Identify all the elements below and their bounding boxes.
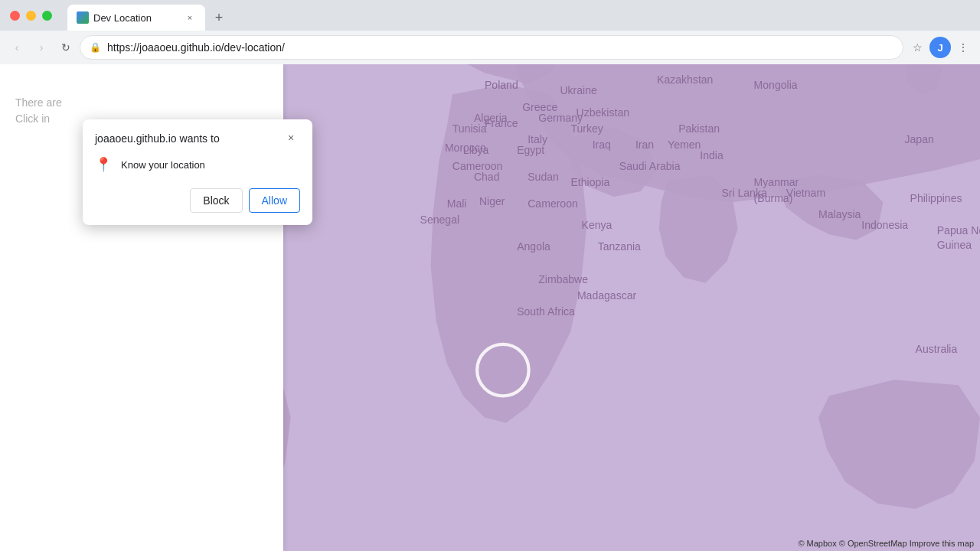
svg-text:Malaysia: Malaysia (818, 208, 861, 220)
block-button[interactable]: Block (190, 188, 242, 213)
svg-text:Kazakhstan: Kazakhstan (657, 73, 713, 86)
profile-avatar[interactable]: J (929, 37, 951, 58)
svg-text:Mongolia: Mongolia (754, 79, 798, 91)
tab-close-button[interactable]: × (184, 11, 196, 24)
dialog-actions: Block Allow (83, 182, 312, 225)
svg-text:Sudan: Sudan (528, 171, 559, 183)
dialog-header: joaaoeu.github.io wants to × (83, 119, 312, 153)
svg-text:Cameroon: Cameroon (452, 160, 503, 172)
address-bar: ‹ › ↻ 🔒 https://joaaoeu.github.io/dev-lo… (0, 31, 980, 64)
svg-text:Cameroon: Cameroon (528, 197, 578, 210)
svg-text:Mali: Mali (447, 197, 467, 210)
svg-text:Philippines: Philippines (910, 192, 962, 204)
location-icon: 📍 (95, 156, 112, 173)
svg-text:Madagascar: Madagascar (577, 289, 637, 302)
svg-text:Greece: Greece (522, 101, 557, 113)
map-attribution: © Mapbox © OpenStreetMap Improve this ma… (798, 539, 974, 548)
menu-button[interactable]: ⋮ (952, 37, 974, 58)
svg-text:India: India (700, 149, 724, 161)
svg-text:South Africa: South Africa (517, 305, 575, 318)
svg-text:Ethiopia: Ethiopia (570, 176, 609, 188)
svg-text:Angola: Angola (517, 240, 550, 253)
window-controls (0, 0, 61, 31)
bookmark-button[interactable]: ☆ (906, 37, 928, 58)
url-text: https://joaaoeu.github.io/dev-location/ (107, 41, 893, 54)
tab-title: Dev Location (93, 12, 179, 24)
address-actions: ☆ J ⋮ (906, 37, 974, 58)
window-close-button[interactable] (10, 11, 20, 21)
svg-text:Algeria: Algeria (474, 112, 508, 124)
url-bar[interactable]: 🔒 https://joaaoeu.github.io/dev-location… (80, 35, 903, 60)
tab-bar: Dev Location × + (0, 0, 980, 31)
svg-text:Kenya: Kenya (582, 219, 612, 231)
new-tab-button[interactable]: + (208, 7, 230, 28)
reload-button[interactable]: ↻ (55, 37, 77, 58)
svg-text:Ukraine: Ukraine (560, 84, 597, 96)
tab-favicon (77, 11, 89, 24)
svg-text:Japan: Japan (905, 133, 934, 145)
svg-text:Morocco: Morocco (445, 142, 486, 154)
svg-text:Senegal: Senegal (420, 214, 460, 226)
dialog-permission-row: 📍 Know your location (83, 153, 312, 182)
svg-text:Zimbabwe: Zimbabwe (538, 273, 588, 285)
svg-text:Saudi Arabia: Saudi Arabia (619, 160, 681, 172)
svg-text:Australia: Australia (916, 343, 958, 355)
svg-text:Tunisia: Tunisia (452, 122, 487, 135)
svg-text:Egypt: Egypt (517, 144, 544, 156)
security-icon: 🔒 (90, 42, 101, 53)
svg-text:Uzbekistan: Uzbekistan (577, 106, 630, 119)
svg-text:Turkey: Turkey (570, 122, 603, 135)
svg-text:Chad: Chad (474, 171, 500, 183)
allow-button[interactable]: Allow (249, 188, 300, 213)
svg-text:Poland: Poland (485, 79, 518, 91)
dialog-title: joaaoeu.github.io wants to (95, 132, 220, 147)
browser-frame: Dev Location × + ‹ › ↻ 🔒 https://joaaoeu… (0, 0, 980, 551)
permission-label: Know your location (121, 159, 205, 171)
svg-text:Pakistan: Pakistan (678, 122, 720, 135)
forward-button[interactable]: › (31, 37, 52, 58)
page-content: United States Norway Sweden Finland Russ… (0, 64, 980, 551)
permission-dialog-overlay: joaaoeu.github.io wants to × 📍 Know your… (83, 119, 312, 225)
svg-text:Vietnam: Vietnam (786, 187, 825, 199)
svg-text:Guinea: Guinea (937, 239, 972, 251)
svg-text:Tanzania: Tanzania (598, 240, 641, 253)
permission-dialog: joaaoeu.github.io wants to × 📍 Know your… (83, 119, 312, 225)
svg-text:Iraq: Iraq (593, 139, 611, 151)
svg-text:Iran: Iran (635, 139, 654, 151)
active-tab[interactable]: Dev Location × (67, 5, 205, 31)
back-button[interactable]: ‹ (6, 37, 28, 58)
window-minimize-button[interactable] (26, 11, 36, 21)
dialog-close-button[interactable]: × (282, 129, 300, 147)
svg-text:Niger: Niger (479, 195, 505, 207)
svg-text:Yemen: Yemen (668, 139, 701, 151)
window-maximize-button[interactable] (42, 11, 52, 21)
svg-text:Indonesia: Indonesia (861, 219, 908, 231)
svg-text:Papua New: Papua New (937, 224, 980, 236)
